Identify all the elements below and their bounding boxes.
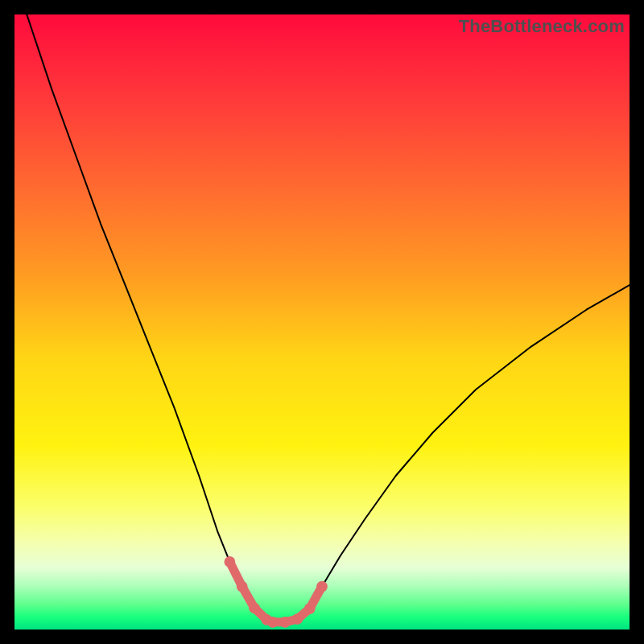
sweet-spot-dot <box>316 581 328 592</box>
curve-svg <box>14 14 630 630</box>
sweet-spot-dot <box>292 613 303 625</box>
sweet-spot-dot <box>267 617 279 628</box>
sweet-spot-dot <box>279 617 291 628</box>
bottleneck-curve <box>27 14 630 622</box>
chart-frame: TheBottleneck.com <box>0 0 644 644</box>
sweet-spot-dot <box>249 602 260 613</box>
sweet-spot-dot <box>237 581 248 592</box>
sweet-spot-dot <box>225 556 236 568</box>
plot-area: TheBottleneck.com <box>14 14 630 630</box>
sweet-spot-dot <box>304 603 316 614</box>
